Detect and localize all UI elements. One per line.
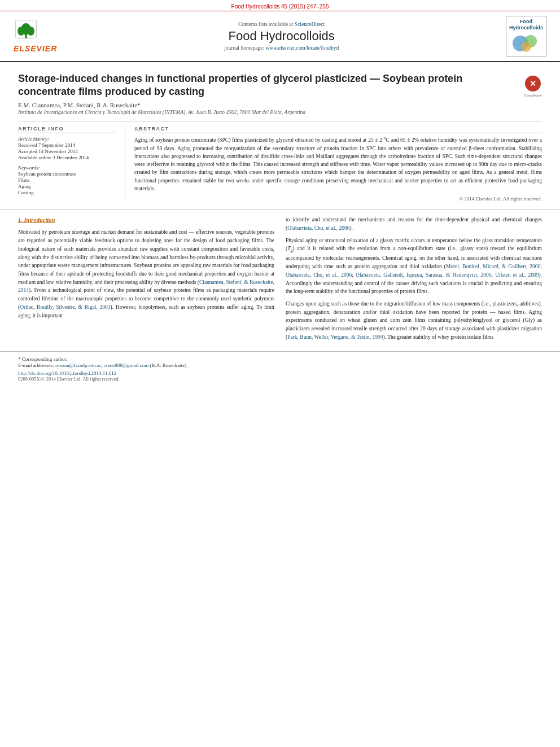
abstract-text: Aging of soybean protein concentrate (SP… [134, 136, 542, 193]
sciencedirect-line: Contents lists available at ScienceDirec… [57, 21, 506, 27]
svg-point-9 [521, 42, 531, 52]
email1-link[interactable]: roxana@fi.mdp.edu.ar [55, 362, 101, 368]
issn-line: 0268-005X/© 2014 Elsevier Ltd. All right… [18, 376, 542, 382]
svg-point-4 [18, 27, 24, 36]
ref-park[interactable]: Park, Bunn, Weller, Vergano, & Testin, 1… [287, 334, 383, 340]
intro-para4: Changes upon aging such as those due to … [286, 300, 542, 342]
article-history-label: Article history: [18, 136, 116, 142]
keyword-4: Casting [18, 190, 116, 195]
ref-olabarrieta2[interactable]: Olabarrieta, Cho, et al., 2006 [286, 272, 352, 278]
article-title-area: Storage-induced changes in functional pr… [18, 72, 542, 99]
ref-morel[interactable]: Morel, Bonicel, Micard, & Guilbert, 2000 [446, 264, 541, 269]
received-date: Received 7 September 2014 [18, 142, 116, 148]
ref-olabarrieta1[interactable]: Olabarrieta, Cho, et al., 2006 [287, 225, 349, 231]
crossmark-icon: ✕ [524, 75, 542, 93]
journal-title: Food Hydrocolloids [57, 29, 506, 43]
svg-point-5 [28, 27, 34, 36]
journal-ref: Food Hydrocolloids 45 (2015) 247–255 [231, 3, 329, 10]
journal-header: ELSEVIER Contents lists available at Sci… [0, 11, 560, 62]
corresponding-note: * Corresponding author. [18, 356, 542, 362]
crossmark-area: ✕ CrossMark [524, 75, 542, 98]
keyword-1: Soybean protein concentrate [18, 171, 116, 177]
ref-orliac[interactable]: Orliac, Rouilly, Silvestre, & Rigal, 200… [20, 304, 110, 310]
doi-link[interactable]: http://dx.doi.org/10.1016/j.foodhyd.2014… [18, 370, 116, 376]
journal-logo-box: Food Hydrocolloids [506, 16, 546, 56]
accepted-date: Accepted 14 November 2014 [18, 148, 116, 154]
elsevier-tree-icon [14, 19, 38, 44]
keywords-label: Keywords: [18, 165, 116, 171]
journal-homepage-link[interactable]: www.elsevier.com/locate/foodhyd [265, 45, 339, 51]
footnote-area: * Corresponding author. E-mail addresses… [0, 351, 560, 384]
top-bar: Food Hydrocolloids 45 (2015) 247–255 [0, 0, 560, 11]
crossmark-label: CrossMark [524, 93, 541, 98]
keyword-3: Aging [18, 184, 116, 189]
intro-para1: Motivated by petroleum shortage and mark… [18, 228, 274, 320]
keyword-2: Films [18, 177, 116, 183]
copyright: © 2014 Elsevier Ltd. All rights reserved… [134, 196, 542, 202]
doi-line: http://dx.doi.org/10.1016/j.foodhyd.2014… [18, 370, 542, 376]
logo-title: Food Hydrocolloids [509, 19, 544, 31]
article-body: Article Info Article history: Received 7… [18, 121, 542, 202]
article-container: Storage-induced changes in functional pr… [0, 62, 560, 202]
sciencedirect-link[interactable]: ScienceDirect [295, 21, 325, 27]
authors: E.M. Ciannamea, P.M. Stefani, R.A. Rusec… [18, 102, 542, 108]
article-info-title: Article Info [18, 126, 116, 133]
intro-para2: to identify and understand the mechanism… [286, 216, 542, 232]
svg-text:✕: ✕ [530, 79, 536, 88]
affiliation: Instituto de Investigaciones en Ciencia … [18, 110, 542, 115]
journal-header-center: Contents lists available at ScienceDirec… [57, 21, 506, 51]
article-info-panel: Article Info Article history: Received 7… [18, 126, 125, 202]
ref-ciannamea[interactable]: Ciannamea, Stefani, & Ruseckaite, 2014 [18, 279, 274, 294]
journal-logo-icon [509, 32, 543, 53]
email-line: E-mail addresses: roxana@fi.mdp.edu.ar, … [18, 362, 542, 368]
intro-para3: Physical aging or structural relaxation … [286, 237, 542, 296]
keywords-list: Soybean protein concentrate Films Aging … [18, 171, 116, 195]
online-date: Available online 3 December 2014 [18, 155, 116, 160]
email2-link[interactable]: rxane888@gmail.com [103, 362, 148, 368]
elsevier-text: ELSEVIER [14, 44, 57, 53]
two-col-body: 1. Introduction Motivated by petroleum s… [0, 216, 560, 346]
ref-olabarrieta3[interactable]: Olabarrieta, Gällstedt, Ispizua, Sarasua… [356, 272, 491, 278]
section-divider [0, 209, 560, 210]
section1-heading: 1. Introduction [18, 216, 274, 225]
elsevier-logo [14, 19, 38, 44]
abstract-title: Abstract [134, 126, 542, 133]
article-title: Storage-induced changes in functional pr… [18, 72, 504, 99]
col-left: 1. Introduction Motivated by petroleum s… [18, 216, 274, 346]
abstract-section: Abstract Aging of soybean protein concen… [125, 126, 542, 202]
elsevier-logo-area: ELSEVIER [14, 19, 57, 53]
ref-ullsten[interactable]: Ullsten et al., 2009 [495, 272, 539, 278]
col-right: to identify and understand the mechanism… [286, 216, 542, 346]
journal-logo-area: Food Hydrocolloids [506, 16, 546, 56]
journal-homepage: journal homepage: www.elsevier.com/locat… [57, 45, 506, 51]
